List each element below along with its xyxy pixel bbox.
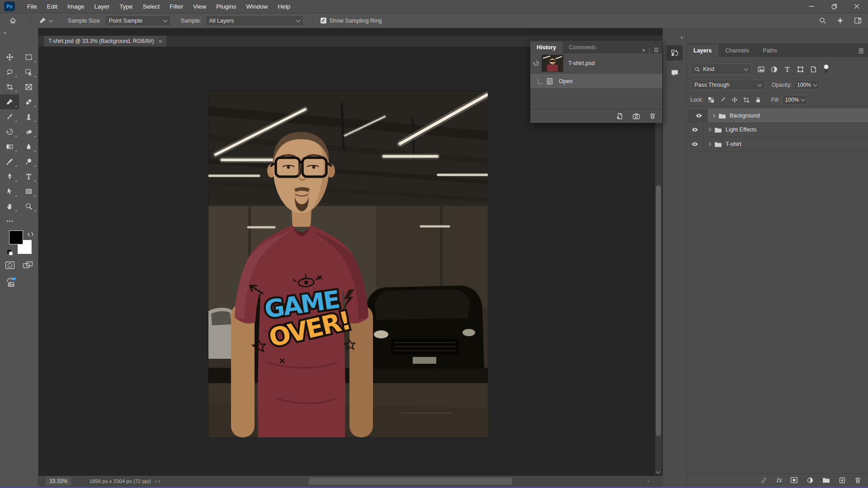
tab-comments[interactable]: Comments: [562, 42, 602, 53]
filter-toggle-pin[interactable]: [823, 64, 830, 74]
menu-image[interactable]: Image: [62, 1, 90, 12]
tool-history-brush[interactable]: [0, 124, 19, 139]
vertical-scrollbar-thumb[interactable]: [656, 185, 661, 436]
menu-window[interactable]: Window: [241, 1, 273, 12]
history-brush-source-icon[interactable]: [530, 60, 542, 66]
tool-frame[interactable]: [19, 80, 38, 94]
default-colors-icon[interactable]: [6, 249, 14, 256]
history-panel-button[interactable]: [666, 45, 683, 61]
lock-artboard-button[interactable]: [743, 97, 750, 103]
workspace-icon[interactable]: [854, 17, 862, 24]
tool-blur[interactable]: [19, 139, 38, 154]
tool-spot-healing-brush[interactable]: [19, 94, 38, 109]
camera-icon[interactable]: [632, 113, 640, 120]
new-layer-icon[interactable]: [839, 477, 846, 484]
show-sampling-ring-checkbox[interactable]: ✓ Show Sampling Ring: [321, 18, 382, 24]
tool-crop[interactable]: [0, 80, 19, 94]
layer-style-icon[interactable]: fx: [776, 477, 782, 483]
tab-history[interactable]: History: [530, 42, 562, 53]
menu-help[interactable]: Help: [273, 1, 295, 12]
minimize-button[interactable]: [800, 0, 823, 13]
filter-type-select[interactable]: Kind: [690, 64, 752, 75]
filter-smart-object-button[interactable]: [810, 66, 817, 73]
filter-image-button[interactable]: [757, 66, 765, 73]
menu-view[interactable]: View: [188, 1, 211, 12]
layer-row-background[interactable]: Background: [687, 108, 868, 123]
tool-pen[interactable]: [0, 169, 19, 184]
tool-move[interactable]: [0, 50, 19, 65]
group-expand-icon[interactable]: [708, 142, 711, 146]
visibility-toggle[interactable]: [687, 137, 703, 151]
menu-edit[interactable]: Edit: [42, 1, 62, 12]
tool-rectangle[interactable]: [19, 184, 38, 199]
trash-icon[interactable]: [649, 113, 656, 120]
filter-adjustment-button[interactable]: [770, 66, 778, 73]
tool-lasso[interactable]: [0, 65, 19, 80]
panel-menu-icon[interactable]: ☰: [858, 47, 864, 57]
tool-eraser[interactable]: [19, 124, 38, 139]
tool-hand[interactable]: [0, 199, 19, 214]
home-button[interactable]: [0, 17, 25, 24]
expand-panels-icon[interactable]: «: [680, 34, 683, 40]
menu-select[interactable]: Select: [138, 1, 165, 12]
screen-mode-icon[interactable]: [23, 261, 33, 269]
search-icon[interactable]: [819, 17, 826, 24]
tool-dodge[interactable]: [19, 154, 38, 169]
layer-row-light-effects[interactable]: Light Effects: [687, 123, 868, 137]
lock-all-button[interactable]: [755, 97, 761, 103]
adjustment-layer-icon[interactable]: [807, 477, 814, 484]
tool-preset-eyedropper[interactable]: [35, 17, 56, 25]
link-layers-icon[interactable]: [760, 477, 768, 484]
scroll-left-icon[interactable]: ‹: [155, 478, 157, 484]
group-expand-icon[interactable]: [712, 114, 715, 117]
discover-icon[interactable]: [836, 17, 844, 24]
tab-layers[interactable]: Layers: [687, 44, 718, 57]
sample-select[interactable]: All Layers: [205, 15, 304, 26]
close-tab-icon[interactable]: ×: [159, 38, 162, 45]
tool-brush[interactable]: [0, 109, 19, 124]
tool-eyedropper[interactable]: [0, 94, 19, 109]
menu-filter[interactable]: Filter: [165, 1, 188, 12]
visibility-toggle[interactable]: [687, 123, 703, 136]
document-canvas[interactable]: GAME GAME OVER! OVER!: [208, 91, 488, 437]
share-image-icon[interactable]: [5, 277, 16, 288]
filter-shape-button[interactable]: [797, 66, 804, 73]
group-expand-icon[interactable]: [708, 128, 711, 131]
menu-plugins[interactable]: Plugins: [211, 1, 241, 12]
swap-colors-icon[interactable]: [27, 231, 34, 238]
horizontal-scrollbar-thumb[interactable]: [309, 478, 512, 485]
history-source-checkbox[interactable]: [534, 79, 546, 84]
new-group-icon[interactable]: [822, 477, 830, 483]
lock-position-button[interactable]: [731, 97, 738, 103]
new-document-from-state-icon[interactable]: [616, 113, 623, 120]
collapse-tools-icon[interactable]: «: [4, 30, 6, 35]
edit-toolbar-button[interactable]: [0, 214, 19, 229]
comments-panel-button[interactable]: [666, 65, 683, 80]
tool-gradient[interactable]: [0, 139, 19, 154]
menu-type[interactable]: Type: [114, 1, 137, 12]
tool-mixer-brush[interactable]: [0, 154, 19, 169]
restore-button[interactable]: [823, 0, 845, 13]
history-state-row-open[interactable]: Open: [530, 74, 662, 89]
tool-object-selection[interactable]: [19, 65, 38, 80]
layer-mask-icon[interactable]: [790, 477, 798, 483]
filter-type-button[interactable]: [783, 66, 791, 73]
foreground-color-swatch[interactable]: [9, 230, 23, 244]
tool-rectangular-marquee[interactable]: [19, 50, 38, 65]
tool-path-selection[interactable]: [0, 184, 19, 199]
visibility-toggle[interactable]: [691, 109, 708, 122]
sample-size-select[interactable]: Point Sample: [105, 15, 171, 26]
layer-row-t-shirt[interactable]: T-shirt: [687, 137, 868, 151]
document-tab[interactable]: T-shirt.psd @ 33.3% (Background, RGB/8#)…: [44, 36, 166, 47]
tool-type[interactable]: [19, 169, 38, 184]
fill-input[interactable]: 100%: [782, 95, 807, 105]
tab-channels[interactable]: Channels: [718, 44, 756, 57]
lock-pixels-button[interactable]: [720, 97, 726, 103]
horizontal-scrollbar[interactable]: ‹ ›: [155, 478, 649, 485]
tool-zoom[interactable]: [19, 199, 38, 214]
tool-clone-stamp[interactable]: [19, 109, 38, 124]
zoom-level-input[interactable]: 33.33%: [46, 477, 71, 486]
history-snapshot-row[interactable]: T-shirt.psd: [530, 53, 662, 74]
blend-mode-select[interactable]: Pass Through: [690, 80, 765, 90]
panel-menu-icon[interactable]: ☰: [654, 47, 659, 53]
